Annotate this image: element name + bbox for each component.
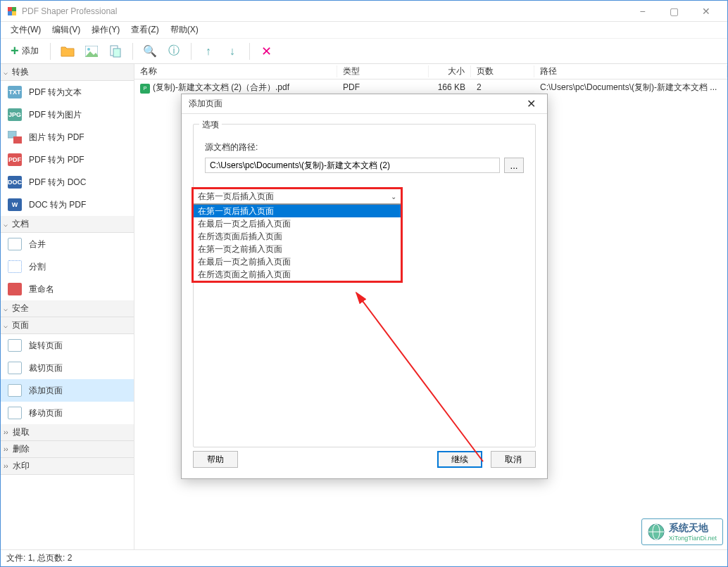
groupbox-legend: 选项: [199, 119, 222, 131]
close-button[interactable]: ✕: [690, 1, 722, 21]
sidebar-item-pdf-to-doc[interactable]: DOCPDF 转为 DOC: [1, 171, 134, 193]
menu-file[interactable]: 文件(W): [5, 23, 46, 37]
sidebar-item-rotate-pages[interactable]: 旋转页面: [1, 334, 134, 357]
sidebar-item-rename[interactable]: 重命名: [1, 278, 134, 300]
merge-icon: [8, 238, 22, 250]
sidebar-header-extract[interactable]: ››提取: [1, 424, 134, 441]
sidebar-item-pdf-to-text[interactable]: TXTPDF 转为文本: [1, 81, 134, 103]
sidebar-item-crop-pages[interactable]: 裁切页面: [1, 357, 134, 379]
column-path[interactable]: 路径: [534, 65, 727, 77]
txt-icon: TXT: [8, 86, 22, 98]
image-button[interactable]: [82, 42, 101, 61]
pdf-file-icon: P: [140, 84, 150, 94]
sidebar-header-security[interactable]: ⌵安全: [1, 300, 134, 317]
sidebar: ⌵ 转换 TXTPDF 转为文本 JPGPDF 转为图片 图片 转为 PDF P…: [1, 64, 134, 549]
search-icon: 🔍: [143, 44, 157, 58]
watermark-title: 系统天地: [669, 522, 717, 535]
watermark-logo: 系统天地 XiTongTianDi.net: [641, 518, 723, 545]
browse-button[interactable]: ...: [504, 158, 524, 173]
sidebar-header-pages[interactable]: ⌵页面: [1, 317, 134, 334]
column-pages[interactable]: 页数: [471, 65, 534, 77]
dropdown-option[interactable]: 在所选页面后插入页面: [194, 230, 401, 243]
statusbar: 文件: 1, 总页数: 2: [1, 549, 727, 566]
info-icon: ⓘ: [168, 44, 180, 58]
info-button[interactable]: ⓘ: [164, 42, 184, 61]
pdf-icon: PDF: [8, 153, 22, 166]
sidebar-item-pdf-to-image[interactable]: JPGPDF 转为图片: [1, 103, 134, 126]
column-size[interactable]: 大小: [429, 65, 471, 77]
insert-position-dropdown[interactable]: 在第一页后插入页面 ⌄ 在第一页后插入页面 在最后一页之后插入页面 在所选页面后…: [193, 189, 401, 204]
sidebar-item-split[interactable]: 分割: [1, 255, 134, 278]
menu-help[interactable]: 帮助(X): [165, 23, 204, 37]
help-button[interactable]: 帮助: [193, 451, 238, 468]
file-row[interactable]: P(复制)-新建文本文档 (2)（合并）.pdf PDF 166 KB 2 C:…: [134, 79, 727, 95]
chevron-icon: ⌵: [4, 68, 8, 76]
doc-icon: DOC: [8, 176, 22, 189]
svg-rect-5: [13, 136, 22, 144]
source-path-label: 源文档的路径:: [205, 141, 527, 153]
sidebar-item-image-to-pdf[interactable]: 图片 转为 PDF: [1, 126, 134, 148]
dialog-body: 选项 源文档的路径: ... 在第一页后插入页面 ⌄ 在第一页后插入页面 在最后…: [182, 114, 547, 447]
file-path: C:\Users\pc\Documents\(复制)-新建文本文档 ...: [534, 82, 727, 94]
dropdown-option[interactable]: 在最后一页之后插入页面: [194, 217, 401, 230]
dropdown-option[interactable]: 在第一页之前插入页面: [194, 243, 401, 255]
column-name[interactable]: 名称: [134, 65, 337, 77]
move-page-icon: [8, 407, 22, 419]
file-type: PDF: [337, 82, 429, 92]
chevron-down-icon: ⌄: [391, 193, 396, 200]
menu-view[interactable]: 查看(Z): [125, 23, 164, 37]
search-button[interactable]: 🔍: [140, 42, 160, 61]
move-up-button[interactable]: ↑: [199, 42, 218, 61]
svg-point-1: [87, 48, 90, 51]
remove-button[interactable]: ✕: [257, 42, 277, 61]
dropdown-option[interactable]: 在最后一页之前插入页面: [194, 255, 401, 268]
file-pages: 2: [471, 82, 534, 92]
img-to-pdf-icon: [8, 131, 22, 144]
dropdown-selected-value: 在第一页后插入页面: [198, 191, 274, 203]
folder-icon: [61, 45, 75, 58]
chevron-right-icon: ››: [4, 445, 8, 453]
column-type[interactable]: 类型: [337, 65, 429, 77]
window-title: PDF Shaper Professional: [22, 6, 627, 16]
move-down-button[interactable]: ↓: [222, 42, 242, 61]
options-groupbox: 选项 源文档的路径: ...: [193, 124, 536, 447]
menu-edit[interactable]: 编辑(V): [46, 23, 86, 37]
dropdown-option[interactable]: 在所选页面之前插入页面: [194, 268, 401, 281]
menu-operate[interactable]: 操作(Y): [86, 23, 125, 37]
source-path-input[interactable]: [205, 158, 500, 173]
dropdown-option[interactable]: 在第一页后插入页面: [194, 205, 401, 217]
sidebar-item-doc-to-pdf[interactable]: WDOC 转为 PDF: [1, 193, 134, 216]
open-folder-button[interactable]: [58, 42, 77, 61]
continue-button[interactable]: 继续: [437, 451, 482, 468]
word-icon: W: [8, 198, 22, 211]
sidebar-header-delete[interactable]: ››删除: [1, 441, 134, 458]
add-button[interactable]: + 添加: [6, 43, 43, 59]
maximize-button[interactable]: ▢: [658, 1, 690, 21]
split-icon: [8, 260, 22, 273]
rotate-icon: [8, 339, 22, 352]
sidebar-item-pdf-to-pdf[interactable]: PDFPDF 转为 PDF: [1, 148, 134, 171]
sidebar-item-move-pages[interactable]: 移动页面: [1, 402, 134, 424]
image-icon: [85, 46, 98, 57]
sidebar-header-document[interactable]: ⌵文档: [1, 216, 134, 233]
minimize-button[interactable]: −: [627, 1, 658, 21]
sidebar-header-watermark[interactable]: ››水印: [1, 458, 134, 475]
dialog-buttons: 帮助 继续 取消: [182, 447, 547, 471]
toolbar: + 添加 🔍 ⓘ ↑ ↓ ✕: [1, 39, 727, 64]
dialog-close-button[interactable]: ✕: [522, 97, 540, 110]
jpg-icon: JPG: [8, 108, 22, 121]
file-size: 166 KB: [429, 82, 471, 92]
sidebar-item-add-pages[interactable]: 添加页面: [1, 379, 134, 402]
watermark-sub: XiTongTianDi.net: [669, 535, 717, 542]
chevron-icon: ⌵: [4, 220, 8, 228]
chevron-icon: ⌵: [4, 321, 8, 329]
arrow-down-icon: ↓: [230, 45, 235, 58]
clipboard-button[interactable]: [106, 42, 125, 61]
chevron-icon: ⌵: [4, 305, 8, 312]
cancel-button[interactable]: 取消: [491, 451, 536, 468]
dialog-titlebar: 添加页面 ✕: [182, 94, 547, 114]
sidebar-header-convert[interactable]: ⌵ 转换: [1, 64, 134, 81]
sidebar-item-merge[interactable]: 合并: [1, 233, 134, 255]
chevron-right-icon: ››: [4, 428, 8, 436]
add-button-label: 添加: [22, 45, 39, 57]
